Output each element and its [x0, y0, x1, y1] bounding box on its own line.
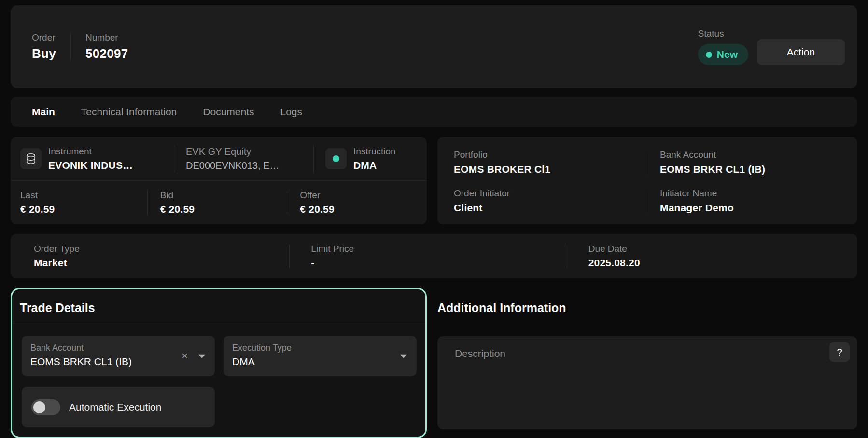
bank-account-value: EOMS BRKR CL1 (IB) [660, 164, 846, 175]
description-textarea[interactable]: Description ? [437, 336, 857, 429]
divider [70, 33, 71, 61]
info-cards-row: Instrument EVONIK INDUS… EVK GY Equity D… [11, 137, 857, 224]
security-ticker: EVK GY Equity [186, 146, 279, 157]
description-placeholder: Description [455, 348, 505, 359]
limit-price-value: - [311, 257, 566, 269]
initiator-name-label: Initiator Name [660, 188, 846, 199]
last-price-label: Last [20, 190, 147, 201]
tab-technical-information[interactable]: Technical Information [81, 106, 177, 118]
clear-icon[interactable]: × [182, 351, 188, 361]
execution-type-select-value: DMA [232, 356, 372, 368]
bid-price-field: Bid € 20.59 [148, 190, 287, 215]
offer-price-value: € 20.59 [300, 204, 427, 215]
tab-main[interactable]: Main [32, 106, 55, 118]
additional-information-title: Additional Information [437, 301, 857, 315]
automatic-execution-toggle[interactable] [31, 399, 60, 415]
order-side-label: Order [32, 32, 56, 43]
instruction-dot-icon [325, 148, 347, 169]
portfolio-row-2: Order Initiator Client Initiator Name Ma… [454, 188, 846, 214]
chevron-down-icon[interactable] [198, 355, 205, 358]
order-initiator-field: Order Initiator Client [454, 188, 646, 214]
teal-dot-icon [333, 155, 339, 162]
security-isin: DE000EVNK013, E… [186, 160, 279, 171]
initiator-name-field: Initiator Name Manager Demo [646, 188, 846, 214]
order-initiator-value: Client [454, 202, 646, 214]
bank-account-select[interactable]: Bank Account EOMS BRKR CL1 (IB) × [22, 336, 215, 376]
trade-details-panel: Trade Details Bank Account EOMS BRKR CL1… [11, 288, 427, 438]
trade-details-content: Bank Account EOMS BRKR CL1 (IB) × Execut… [12, 323, 425, 427]
coins-icon [20, 148, 42, 169]
automatic-execution-row: Automatic Execution [22, 387, 215, 427]
instrument-top-row: Instrument EVONIK INDUS… EVK GY Equity D… [11, 137, 427, 180]
limit-price-field: Limit Price - [290, 244, 566, 269]
tab-documents[interactable]: Documents [203, 106, 254, 118]
security-id-text: EVK GY Equity DE000EVNK013, E… [186, 146, 279, 171]
action-button[interactable]: Action [757, 39, 845, 65]
order-type-label: Order Type [34, 244, 289, 254]
security-id-field: EVK GY Equity DE000EVNK013, E… [174, 146, 313, 171]
limit-price-label: Limit Price [311, 244, 566, 254]
last-price-field: Last € 20.59 [20, 190, 147, 215]
portfolio-card: Portfolio EOMS BROKER Cl1 Bank Account E… [437, 137, 857, 224]
status-dot-icon [706, 52, 712, 58]
due-date-field: Due Date 2025.08.20 [567, 244, 844, 269]
initiator-name-value: Manager Demo [660, 202, 846, 214]
order-header-card: Order Buy Number 502097 Status New Actio… [11, 5, 857, 88]
offer-price-label: Offer [300, 190, 427, 201]
status-badge: New [698, 44, 748, 65]
order-side-field: Order Buy [32, 32, 56, 61]
toggle-knob [33, 401, 45, 413]
instrument-card: Instrument EVONIK INDUS… EVK GY Equity D… [11, 137, 427, 224]
question-icon: ? [837, 347, 842, 358]
order-page: Order Buy Number 502097 Status New Actio… [0, 0, 868, 438]
bank-account-label: Bank Account [660, 150, 846, 160]
due-date-value: 2025.08.20 [588, 257, 844, 269]
trade-details-title: Trade Details [12, 289, 425, 323]
portfolio-value: EOMS BROKER Cl1 [454, 164, 646, 175]
bank-account-select-label: Bank Account [30, 343, 170, 353]
instruction-label: Instruction [353, 146, 396, 157]
order-summary-card: Order Type Market Limit Price - Due Date… [11, 234, 857, 278]
status-value: New [717, 49, 738, 60]
offer-price-field: Offer € 20.59 [287, 190, 427, 215]
instruction-value: DMA [353, 160, 396, 171]
order-side-value: Buy [32, 46, 56, 61]
order-number-value: 502097 [85, 46, 128, 61]
execution-type-select-label: Execution Type [232, 343, 372, 353]
trade-fields-row: Bank Account EOMS BRKR CL1 (IB) × Execut… [22, 336, 417, 376]
instruction-field: Instruction DMA [314, 146, 427, 171]
quotes-row: Last € 20.59 Bid € 20.59 Offer € 20.59 [11, 181, 427, 224]
portfolio-row-1: Portfolio EOMS BROKER Cl1 Bank Account E… [454, 150, 846, 175]
execution-type-select[interactable]: Execution Type DMA [224, 336, 417, 376]
order-type-value: Market [34, 257, 289, 269]
bid-price-value: € 20.59 [160, 204, 287, 215]
chevron-down-icon[interactable] [400, 355, 407, 358]
order-number-label: Number [85, 32, 128, 43]
last-price-value: € 20.59 [20, 204, 147, 215]
automatic-execution-label: Automatic Execution [69, 401, 161, 413]
instrument-field: Instrument EVONIK INDUS… [20, 146, 174, 171]
portfolio-field: Portfolio EOMS BROKER Cl1 [454, 150, 646, 175]
instrument-label: Instrument [48, 146, 133, 157]
status-label: Status [698, 28, 724, 39]
header-actions: Status New Action [698, 28, 845, 65]
order-initiator-label: Order Initiator [454, 188, 646, 199]
tab-bar: Main Technical Information Documents Log… [11, 97, 857, 127]
order-number-field: Number 502097 [85, 32, 128, 61]
status-field: Status New [698, 28, 748, 65]
due-date-label: Due Date [588, 244, 844, 254]
portfolio-label: Portfolio [454, 150, 646, 160]
additional-information-section: Additional Information Description ? [437, 288, 857, 438]
order-type-field: Order Type Market [34, 244, 289, 269]
instrument-text: Instrument EVONIK INDUS… [48, 146, 133, 171]
bottom-panels-row: Trade Details Bank Account EOMS BRKR CL1… [11, 288, 857, 438]
help-button[interactable]: ? [829, 342, 850, 362]
bank-account-select-value: EOMS BRKR CL1 (IB) [30, 356, 170, 368]
instruction-text: Instruction DMA [353, 146, 396, 171]
bank-account-field: Bank Account EOMS BRKR CL1 (IB) [646, 150, 846, 175]
instrument-value: EVONIK INDUS… [48, 160, 133, 171]
bid-price-label: Bid [160, 190, 287, 201]
tab-logs[interactable]: Logs [280, 106, 303, 118]
